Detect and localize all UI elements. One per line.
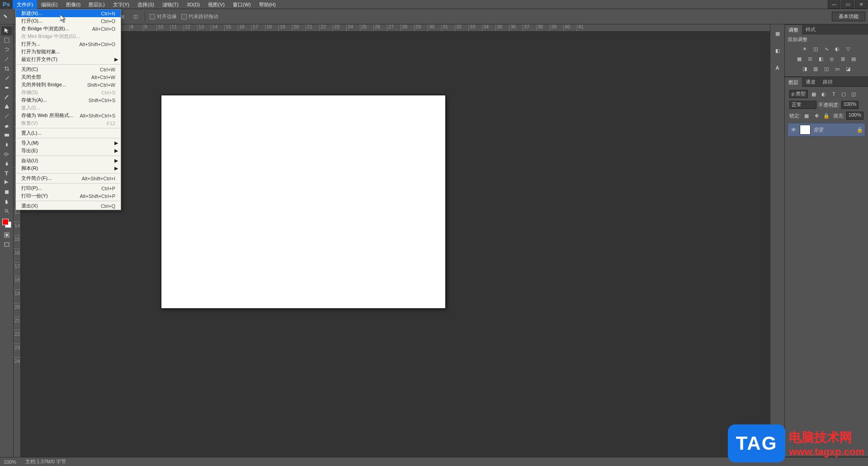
lock-all-icon[interactable]: 🔒 bbox=[822, 112, 830, 120]
menu-1[interactable]: 编辑(E) bbox=[37, 0, 62, 9]
file-menu-item-5[interactable]: 打开为智能对象... bbox=[16, 48, 121, 56]
horizontal-ruler[interactable]: 0123456789101112131415161718192021222324… bbox=[21, 24, 770, 32]
blur-tool[interactable] bbox=[1, 140, 12, 149]
gradient-tool[interactable] bbox=[1, 131, 12, 140]
styles-tab[interactable]: 样式 bbox=[802, 24, 819, 34]
color-swatches[interactable] bbox=[2, 219, 11, 228]
colorbalance-icon[interactable]: ⚖ bbox=[806, 55, 814, 63]
tool-preset-icon[interactable] bbox=[3, 13, 11, 21]
file-menu-item-11[interactable]: 存储(S)Ctrl+S bbox=[16, 89, 121, 96]
file-menu-item-22[interactable]: 自动(U)▶ bbox=[16, 157, 121, 165]
align-icon-3[interactable]: ◫ bbox=[131, 12, 140, 21]
zoom-level[interactable]: 100% bbox=[4, 459, 16, 465]
menu-7[interactable]: 3D(D) bbox=[183, 0, 204, 9]
vibrance-icon[interactable]: ▽ bbox=[844, 45, 852, 53]
posterize-icon[interactable]: ▥ bbox=[811, 65, 820, 73]
menu-0[interactable]: 文件(F) bbox=[13, 0, 37, 9]
filter-type-icon[interactable]: T bbox=[830, 90, 838, 98]
file-menu-item-13[interactable]: 签入(I)... bbox=[16, 104, 121, 112]
eyedropper-tool[interactable] bbox=[1, 74, 12, 83]
lock-pixels-icon[interactable]: ▦ bbox=[802, 112, 811, 120]
menu-2[interactable]: 图像(I) bbox=[62, 0, 85, 9]
hand-tool[interactable] bbox=[1, 197, 12, 206]
levels-icon[interactable]: ◫ bbox=[811, 45, 820, 53]
filter-smart-icon[interactable]: ◫ bbox=[849, 90, 858, 98]
file-menu-item-10[interactable]: 关闭并转到 Bridge...Shift+Ctrl+W bbox=[16, 81, 121, 89]
brightness-icon[interactable]: ☀ bbox=[801, 45, 809, 53]
file-menu-item-27[interactable]: 打印(P)...Ctrl+P bbox=[16, 184, 121, 192]
marquee-tool[interactable] bbox=[1, 36, 12, 45]
file-menu-item-6[interactable]: 最近打开文件(T)▶ bbox=[16, 56, 121, 63]
filter-img-icon[interactable]: ▦ bbox=[810, 90, 818, 98]
foreground-color[interactable] bbox=[2, 219, 9, 225]
snap-checkbox[interactable] bbox=[150, 14, 155, 19]
visibility-icon[interactable]: 👁 bbox=[790, 127, 797, 132]
bw-icon[interactable]: ◧ bbox=[817, 55, 825, 63]
constrain-checkbox[interactable] bbox=[181, 14, 187, 19]
file-menu-item-8[interactable]: 关闭(C)Ctrl+W bbox=[16, 66, 121, 73]
file-menu-item-28[interactable]: 打印一份(Y)Alt+Shift+Ctrl+P bbox=[16, 192, 121, 200]
history-panel-icon[interactable]: ▦ bbox=[773, 29, 782, 38]
gradientmap-icon[interactable]: ▭ bbox=[833, 65, 841, 73]
stamp-tool[interactable] bbox=[1, 102, 12, 111]
document-canvas[interactable] bbox=[161, 95, 446, 309]
menu-9[interactable]: 窗口(W) bbox=[229, 0, 255, 9]
exposure-icon[interactable]: ◐ bbox=[833, 45, 841, 53]
type-tool[interactable]: T bbox=[1, 169, 12, 178]
hue-icon[interactable]: ▦ bbox=[795, 55, 803, 63]
file-menu-item-15[interactable]: 恢复(V)F12 bbox=[16, 119, 121, 127]
close-button[interactable]: ✕ bbox=[855, 0, 868, 9]
colorlookup-icon[interactable]: ▤ bbox=[849, 55, 858, 63]
file-menu-item-17[interactable]: 置入(L)... bbox=[16, 129, 121, 137]
brush-tool[interactable] bbox=[1, 93, 12, 102]
menu-5[interactable]: 选择(S) bbox=[133, 0, 158, 9]
lasso-tool[interactable] bbox=[1, 45, 12, 54]
file-menu-item-1[interactable]: 打开(O)...Ctrl+O bbox=[16, 17, 121, 25]
opacity-input[interactable]: 100% bbox=[841, 101, 859, 109]
menu-8[interactable]: 视图(V) bbox=[204, 0, 229, 9]
channels-tab[interactable]: 通道 bbox=[802, 77, 819, 87]
file-menu-item-20[interactable]: 导出(E)▶ bbox=[16, 147, 121, 155]
maximize-button[interactable]: ▭ bbox=[841, 0, 854, 9]
paths-tab[interactable]: 路径 bbox=[819, 77, 836, 87]
file-menu-item-12[interactable]: 存储为(A)...Shift+Ctrl+S bbox=[16, 96, 121, 104]
zoom-tool[interactable] bbox=[1, 207, 12, 216]
layer-row[interactable]: 👁 背景 🔒 bbox=[788, 123, 865, 137]
character-panel-icon[interactable]: A bbox=[773, 63, 782, 72]
photofilter-icon[interactable]: ◎ bbox=[828, 55, 836, 63]
shape-tool[interactable] bbox=[1, 188, 12, 197]
menu-6[interactable]: 滤镜(T) bbox=[158, 0, 183, 9]
menu-3[interactable]: 图层(L) bbox=[85, 0, 108, 9]
layer-thumbnail[interactable] bbox=[800, 125, 811, 135]
color-panel-icon[interactable]: ◧ bbox=[773, 46, 782, 55]
crop-tool[interactable] bbox=[1, 64, 12, 73]
layers-tab[interactable]: 图层 bbox=[785, 77, 802, 87]
file-menu-item-0[interactable]: 新建(N)...Ctrl+N bbox=[16, 9, 121, 17]
heal-tool[interactable] bbox=[1, 83, 12, 92]
menu-4[interactable]: 文字(Y) bbox=[109, 0, 134, 9]
invert-icon[interactable]: ◨ bbox=[801, 65, 809, 73]
document-info[interactable]: 文档:1.37M/0 字节 bbox=[25, 458, 66, 465]
quickmask-tool[interactable] bbox=[1, 231, 12, 240]
threshold-icon[interactable]: ◫ bbox=[822, 65, 830, 73]
fill-input[interactable]: 100% bbox=[846, 112, 863, 120]
wand-tool[interactable] bbox=[1, 55, 12, 64]
filter-adj-icon[interactable]: ◐ bbox=[820, 90, 828, 98]
pen-tool[interactable] bbox=[1, 159, 12, 168]
minimize-button[interactable]: — bbox=[828, 0, 840, 9]
lock-position-icon[interactable]: ✥ bbox=[812, 112, 821, 120]
history-brush-tool[interactable] bbox=[1, 112, 12, 121]
layer-filter[interactable]: ρ 类型 bbox=[789, 90, 808, 98]
file-menu-item-2[interactable]: 在 Bridge 中浏览(B)...Alt+Ctrl+O bbox=[16, 25, 121, 33]
channelmixer-icon[interactable]: ⊞ bbox=[839, 55, 847, 63]
file-menu-item-14[interactable]: 存储为 Web 所用格式...Alt+Shift+Ctrl+S bbox=[16, 112, 121, 119]
path-select-tool[interactable] bbox=[1, 178, 12, 187]
selective-icon[interactable]: ◪ bbox=[844, 65, 852, 73]
file-menu-item-25[interactable]: 文件简介(F)...Alt+Shift+Ctrl+I bbox=[16, 174, 121, 182]
filter-shape-icon[interactable]: ▢ bbox=[840, 90, 848, 98]
screenmode-tool[interactable] bbox=[1, 240, 12, 249]
eraser-tool[interactable] bbox=[1, 121, 12, 130]
curves-icon[interactable]: ∿ bbox=[822, 45, 830, 53]
menu-10[interactable]: 帮助(H) bbox=[255, 0, 280, 9]
move-tool[interactable] bbox=[1, 26, 12, 35]
